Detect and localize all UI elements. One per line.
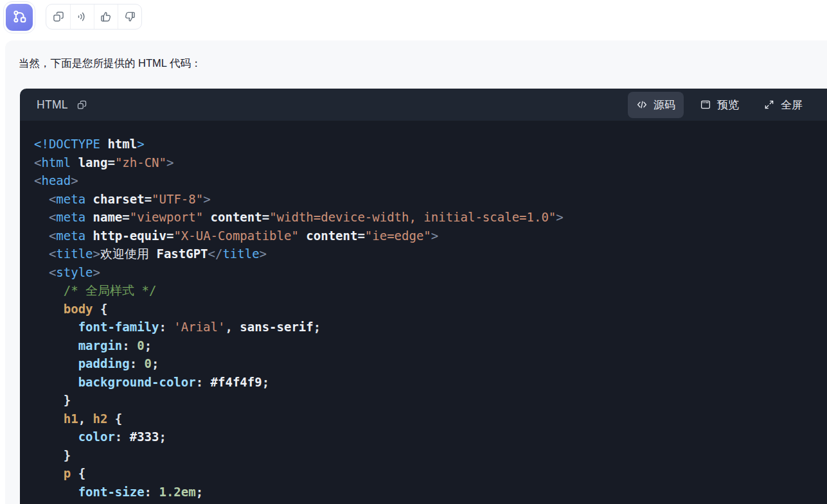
code-line: <title>欢迎使用 FastGPT</title> bbox=[34, 245, 821, 263]
code-line: <meta charset="UTF-8"> bbox=[34, 190, 821, 209]
fullscreen-button[interactable]: 全屏 bbox=[755, 92, 811, 118]
thumbs-up-icon bbox=[100, 10, 112, 23]
preview-label: 预览 bbox=[717, 98, 739, 112]
message-text: 当然，下面是您所提供的 HTML 代码： bbox=[19, 55, 201, 71]
code-line: font-family: 'Arial', sans-serif; bbox=[34, 318, 821, 336]
message-actions-toolbar bbox=[46, 4, 142, 30]
copy-icon bbox=[52, 10, 65, 23]
code-line: } bbox=[34, 391, 821, 410]
code-line: <head> bbox=[34, 171, 821, 190]
code-block: HTML 源码 bbox=[20, 89, 827, 504]
code-line: <meta http-equiv="X-UA-Compatible" conte… bbox=[34, 227, 821, 245]
thumbs-up-button[interactable] bbox=[94, 4, 118, 29]
code-line: margin: 0; bbox=[34, 336, 821, 355]
code-line: font-size: 1.2em; bbox=[34, 483, 821, 501]
code-language-label: HTML bbox=[37, 98, 68, 112]
read-aloud-button[interactable] bbox=[70, 4, 94, 29]
code-content[interactable]: <!DOCTYPE html><html lang="zh-CN"><head>… bbox=[20, 121, 827, 504]
code-line: } bbox=[34, 446, 821, 465]
code-icon bbox=[636, 99, 648, 110]
code-line: <!DOCTYPE html> bbox=[34, 135, 821, 153]
copy-code-button[interactable] bbox=[76, 100, 87, 110]
view-source-label: 源码 bbox=[654, 98, 675, 112]
code-line: /* 全局样式 */ bbox=[34, 281, 821, 300]
workflow-icon bbox=[11, 9, 28, 26]
code-line: <html lang="zh-CN"> bbox=[34, 153, 821, 172]
code-line: background-color: #f4f4f9; bbox=[34, 373, 821, 392]
avatar-tile bbox=[6, 4, 33, 31]
code-line: h1, h2 { bbox=[34, 410, 821, 428]
code-line: <meta name="viewport" content="width=dev… bbox=[34, 208, 821, 227]
preview-button[interactable]: 预览 bbox=[691, 92, 747, 118]
copy-icon bbox=[76, 100, 87, 110]
code-line: color: #333; bbox=[34, 428, 821, 446]
code-block-header: HTML 源码 bbox=[20, 89, 827, 121]
view-source-button[interactable]: 源码 bbox=[628, 92, 684, 118]
fullscreen-label: 全屏 bbox=[781, 98, 803, 112]
assistant-avatar bbox=[3, 1, 35, 33]
window-icon bbox=[700, 99, 711, 110]
expand-icon bbox=[763, 99, 775, 110]
code-line: <style> bbox=[34, 263, 821, 282]
voice-icon bbox=[76, 10, 89, 23]
code-line: p { bbox=[34, 464, 821, 483]
assistant-message-bubble: 当然，下面是您所提供的 HTML 代码： HTML 源码 bbox=[5, 40, 827, 504]
code-line: padding: 0; bbox=[34, 354, 821, 373]
thumbs-down-icon bbox=[123, 10, 136, 23]
thumbs-down-button[interactable] bbox=[118, 4, 141, 29]
copy-message-button[interactable] bbox=[46, 4, 70, 29]
code-line: body { bbox=[34, 300, 821, 318]
